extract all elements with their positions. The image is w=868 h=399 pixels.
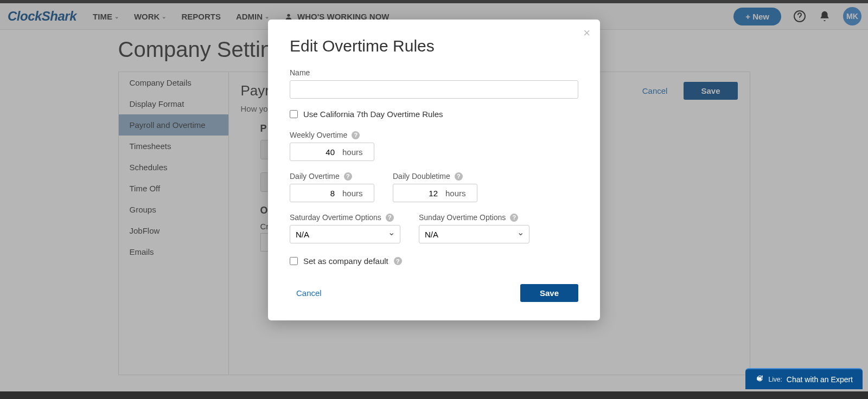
- chat-prefix: Live:: [768, 376, 782, 383]
- help-icon[interactable]: ?: [386, 214, 394, 222]
- default-checkbox[interactable]: [290, 257, 298, 265]
- daily-doubletime-label: Daily Doubletime: [393, 172, 450, 181]
- california-label: Use California 7th Day Overtime Rules: [303, 110, 443, 119]
- weekly-overtime-input[interactable]: [290, 147, 339, 157]
- hours-unit: hours: [339, 189, 363, 198]
- daily-doubletime-input-wrap: hours: [393, 184, 477, 202]
- modal-cancel-link[interactable]: Cancel: [296, 288, 322, 298]
- default-label: Set as company default: [303, 256, 388, 266]
- bottom-dark-strip: [0, 391, 868, 399]
- daily-overtime-input-wrap: hours: [290, 184, 374, 202]
- modal-overlay: × Edit Overtime Rules Name Use Californi…: [0, 0, 868, 399]
- daily-overtime-input[interactable]: [290, 189, 339, 198]
- modal-title: Edit Overtime Rules: [290, 37, 578, 55]
- modal-save-button[interactable]: Save: [520, 284, 578, 302]
- california-checkbox[interactable]: [290, 110, 298, 118]
- chat-label: Chat with an Expert: [787, 375, 853, 384]
- edit-overtime-modal: × Edit Overtime Rules Name Use Californi…: [268, 20, 600, 320]
- chat-icon: [755, 375, 764, 384]
- help-icon[interactable]: ?: [455, 172, 463, 181]
- hours-unit: hours: [442, 189, 466, 198]
- help-icon[interactable]: ?: [394, 257, 402, 265]
- help-icon[interactable]: ?: [352, 131, 360, 139]
- help-icon[interactable]: ?: [344, 172, 352, 181]
- svg-rect-3: [757, 377, 762, 381]
- close-icon[interactable]: ×: [583, 27, 590, 39]
- sunday-options-select[interactable]: N/A: [419, 225, 529, 243]
- help-icon[interactable]: ?: [510, 214, 518, 222]
- saturday-options-select[interactable]: N/A: [290, 225, 400, 243]
- chat-widget[interactable]: Live: Chat with an Expert: [745, 368, 863, 389]
- daily-overtime-label: Daily Overtime: [290, 172, 340, 181]
- daily-doubletime-input[interactable]: [393, 189, 442, 198]
- hours-unit: hours: [339, 147, 363, 157]
- sunday-options-label: Sunday Overtime Options: [419, 213, 506, 222]
- weekly-overtime-label: Weekly Overtime: [290, 131, 347, 139]
- saturday-options-label: Saturday Overtime Options: [290, 213, 381, 222]
- name-input[interactable]: [290, 80, 578, 99]
- weekly-overtime-input-wrap: hours: [290, 143, 374, 161]
- name-label: Name: [290, 68, 578, 77]
